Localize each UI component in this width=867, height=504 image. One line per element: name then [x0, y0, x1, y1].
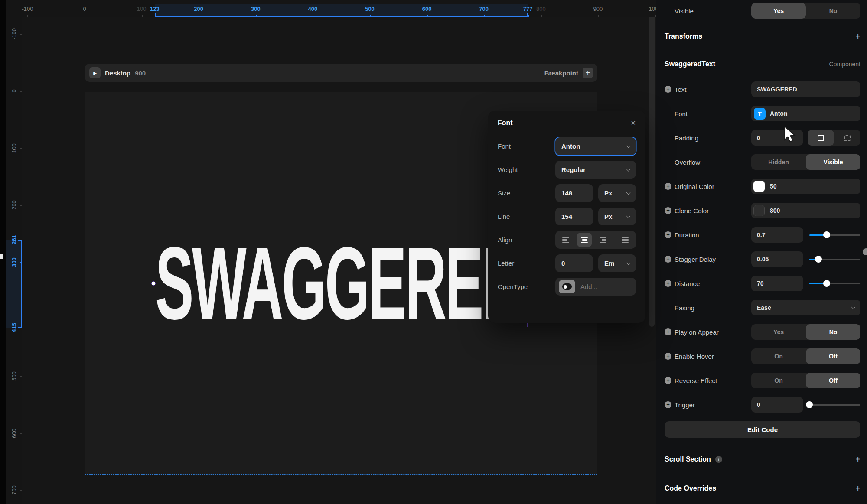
overflow-hidden-option[interactable]: Hidden	[751, 154, 806, 170]
individual-padding-icon	[844, 135, 851, 141]
enable-hover-row: + Enable Hover On Off	[656, 344, 867, 368]
add-variable-icon[interactable]: +	[665, 256, 671, 263]
font-weight-label: Weight	[498, 166, 555, 173]
play-on-appear-no-option[interactable]: No	[806, 324, 860, 340]
visible-yes-option[interactable]: Yes	[751, 3, 806, 19]
info-icon[interactable]: i	[715, 456, 722, 463]
play-on-appear-segmented: Yes No	[751, 324, 860, 340]
add-transform-button[interactable]: +	[855, 32, 860, 42]
distance-input[interactable]: 70	[751, 276, 803, 291]
reverse-effect-off-option[interactable]: Off	[806, 373, 860, 388]
selection-left-handle[interactable]	[151, 281, 156, 286]
ruler-tick-label: 415	[11, 323, 17, 332]
visible-segmented: Yes No	[751, 3, 860, 19]
preview-play-button[interactable]: ▶	[89, 67, 101, 78]
font-size-label: Size	[498, 189, 555, 197]
add-code-override-button[interactable]: +	[855, 484, 860, 494]
canvas-scrollbar[interactable]	[649, 14, 655, 327]
opentype-toggle-icon[interactable]	[559, 280, 575, 293]
opentype-field[interactable]: Add...	[555, 278, 636, 296]
ruler-selection-highlight	[6, 240, 22, 328]
duration-input[interactable]: 0.7	[751, 227, 803, 243]
edit-code-button[interactable]: Edit Code	[665, 421, 860, 438]
ruler-tick	[155, 15, 156, 17]
ruler-tick	[313, 15, 313, 17]
add-scroll-section-button[interactable]: +	[855, 455, 860, 465]
text-align-label: Align	[498, 236, 555, 244]
font-size-input[interactable]: 148	[555, 184, 593, 202]
padding-individual-button[interactable]	[834, 130, 860, 146]
ruler-tick-label: 300	[11, 257, 17, 267]
original-color-picker[interactable]: 50	[751, 179, 860, 194]
letter-spacing-input[interactable]: 0	[555, 254, 593, 272]
visible-row: Visible Yes No	[656, 0, 867, 22]
letter-spacing-unit-select[interactable]: Em	[598, 254, 636, 272]
scroll-section-title: Scroll Section	[665, 455, 711, 463]
duration-slider[interactable]	[809, 231, 860, 238]
app-window: ▶ Desktop 900 Breakpoint + SWAGGERED -10…	[0, 0, 867, 504]
play-on-appear-yes-option[interactable]: Yes	[751, 324, 806, 340]
left-panel-handle[interactable]	[0, 254, 3, 259]
add-variable-icon[interactable]: +	[665, 353, 671, 360]
clone-color-value: 800	[770, 207, 780, 214]
add-variable-icon[interactable]: +	[665, 207, 671, 214]
align-right-button[interactable]	[595, 233, 610, 247]
padding-uniform-button[interactable]	[808, 130, 834, 146]
sidebar-scrollbar-thumb[interactable]	[863, 248, 867, 255]
align-justify-button[interactable]	[618, 233, 632, 247]
close-icon[interactable]: ✕	[630, 119, 636, 127]
enable-hover-on-option[interactable]: On	[751, 348, 806, 364]
align-left-button[interactable]	[559, 233, 574, 247]
selected-text-element[interactable]: SWAGGERED	[153, 240, 528, 327]
properties-sidebar: Visible Yes No Transforms + SwaggeredTex…	[656, 0, 867, 504]
text-value: SWAGGERED	[757, 86, 797, 93]
add-variable-icon[interactable]: +	[665, 328, 671, 335]
font-popup: Font ✕ Font Anton Weight Regular Size	[488, 111, 645, 323]
font-weight-select[interactable]: Regular	[555, 161, 636, 179]
chevron-down-icon	[626, 190, 631, 195]
original-color-swatch[interactable]	[753, 181, 765, 192]
overflow-visible-option[interactable]: Visible	[806, 154, 860, 170]
clone-color-picker[interactable]: 800	[751, 203, 860, 218]
clone-color-swatch[interactable]	[753, 205, 765, 216]
ruler-tick	[20, 148, 22, 149]
font-select[interactable]: T Anton	[751, 106, 860, 121]
add-variable-icon[interactable]: +	[665, 401, 671, 408]
add-variable-icon[interactable]: +	[665, 86, 671, 93]
plus-icon: +	[586, 68, 590, 77]
easing-value: Ease	[757, 304, 771, 311]
play-on-appear-row: + Play on Appear Yes No	[656, 320, 867, 344]
stagger-delay-input[interactable]: 0.05	[751, 251, 803, 267]
ruler-tick-label: 0	[83, 6, 86, 12]
enable-hover-off-option[interactable]: Off	[806, 348, 860, 364]
ruler-tick	[20, 262, 22, 263]
font-family-select[interactable]: Anton	[555, 137, 636, 155]
add-variable-icon[interactable]: +	[665, 280, 671, 287]
breakpoint-width-value[interactable]: 900	[135, 69, 146, 77]
distance-slider[interactable]	[809, 280, 860, 287]
reverse-effect-on-option[interactable]: On	[751, 373, 806, 388]
add-variable-icon[interactable]: +	[665, 377, 671, 384]
trigger-input[interactable]: 0	[751, 397, 803, 413]
stagger-delay-slider[interactable]	[809, 256, 860, 263]
line-height-unit-select[interactable]: Px	[598, 208, 636, 225]
padding-row: Padding 0	[656, 126, 867, 150]
breakpoint-device-label[interactable]: Desktop	[105, 69, 130, 77]
add-breakpoint-button[interactable]: +	[583, 68, 593, 78]
font-size-unit: Px	[604, 189, 612, 197]
add-variable-icon[interactable]: +	[665, 231, 671, 238]
line-height-input[interactable]: 154	[555, 208, 593, 225]
add-variable-icon[interactable]: +	[665, 183, 671, 190]
text-input[interactable]: SWAGGERED	[751, 81, 860, 97]
ruler-tick	[27, 15, 28, 17]
align-center-button[interactable]	[577, 233, 592, 247]
ruler-tick-label: 400	[308, 6, 318, 12]
trigger-slider[interactable]	[809, 401, 860, 408]
visible-no-option[interactable]: No	[806, 3, 860, 19]
font-size-unit-select[interactable]: Px	[598, 184, 636, 202]
ruler-tick	[85, 15, 85, 17]
distance-label: Distance	[675, 280, 700, 287]
easing-select[interactable]: Ease	[751, 300, 860, 315]
stagger-delay-row: + Stagger Delay 0.05	[656, 247, 867, 271]
font-label: Font	[675, 110, 688, 117]
